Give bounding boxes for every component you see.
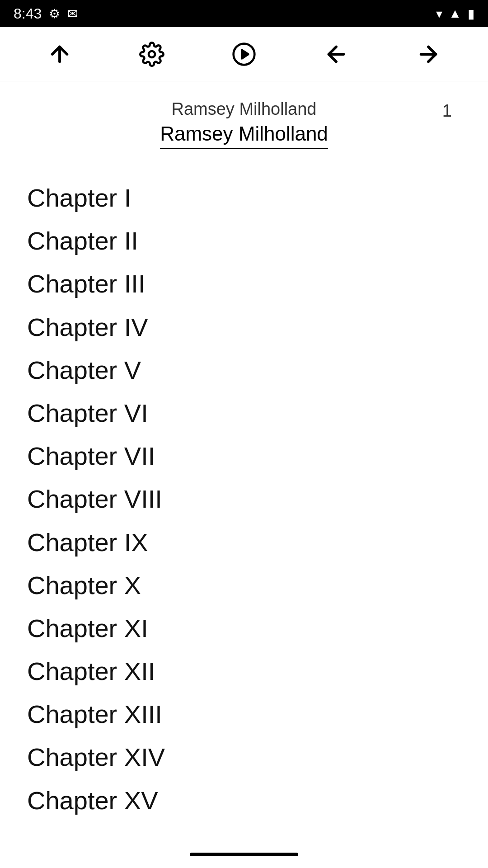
chapter-item[interactable]: Chapter IV — [27, 306, 461, 349]
svg-point-1 — [149, 51, 155, 57]
chapter-item[interactable]: Chapter XI — [27, 607, 461, 650]
book-header: Ramsey Milholland 1 Ramsey Milholland — [0, 81, 488, 158]
chapter-item[interactable]: Chapter XII — [27, 650, 461, 693]
svg-marker-3 — [242, 50, 248, 58]
play-button[interactable] — [226, 36, 262, 72]
settings-status-icon: ⚙ — [49, 6, 60, 21]
bottom-indicator — [190, 853, 298, 856]
chapter-item[interactable]: Chapter II — [27, 219, 461, 262]
chapter-item[interactable]: Chapter I — [27, 176, 461, 219]
status-bar-right: ▾ ▲ ▮ — [436, 6, 474, 21]
battery-icon: ▮ — [468, 6, 474, 21]
chapter-item[interactable]: Chapter XIV — [27, 736, 461, 778]
chapter-list: Chapter IChapter IIChapter IIIChapter IV… — [0, 158, 488, 858]
page-number: 1 — [442, 101, 452, 121]
settings-button[interactable] — [134, 36, 170, 72]
wifi-icon: ▾ — [436, 6, 442, 21]
chapter-item[interactable]: Chapter VI — [27, 392, 461, 434]
bottom-bar — [0, 841, 488, 868]
book-title-underlined: Ramsey Milholland — [160, 123, 328, 149]
status-bar: 8:43 ⚙ ✉ ▾ ▲ ▮ — [0, 0, 488, 27]
back-button[interactable] — [318, 36, 354, 72]
toolbar — [0, 27, 488, 81]
status-time: 8:43 — [14, 5, 42, 22]
chapter-item[interactable]: Chapter IX — [27, 521, 461, 564]
book-title-top: Ramsey Milholland — [27, 99, 461, 119]
chapter-item[interactable]: Chapter X — [27, 564, 461, 607]
forward-button[interactable] — [410, 36, 446, 72]
chapter-item[interactable]: Chapter XV — [27, 779, 461, 822]
chapter-item[interactable]: Chapter VIII — [27, 477, 461, 520]
chapter-item[interactable]: Chapter V — [27, 349, 461, 392]
up-button[interactable] — [42, 36, 78, 72]
chapter-item[interactable]: Chapter III — [27, 262, 461, 305]
status-bar-left: 8:43 ⚙ ✉ — [14, 5, 78, 22]
gmail-status-icon: ✉ — [67, 6, 78, 21]
chapter-item[interactable]: Chapter XIII — [27, 693, 461, 736]
signal-icon: ▲ — [449, 6, 461, 21]
chapter-item[interactable]: Chapter VII — [27, 434, 461, 477]
